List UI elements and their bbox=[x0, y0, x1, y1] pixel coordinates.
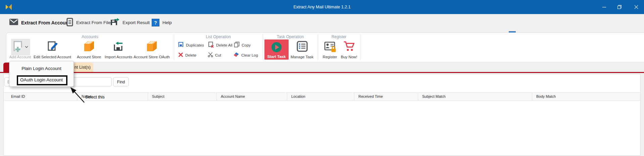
scissors-icon bbox=[208, 52, 213, 59]
box-icon bbox=[83, 41, 95, 53]
delete-x-icon bbox=[178, 52, 183, 59]
active-view-tab-line bbox=[0, 72, 644, 73]
delete-all-button[interactable]: Delete All bbox=[208, 42, 233, 49]
start-task-button[interactable]: Start Task bbox=[264, 40, 289, 60]
column-header-account-name[interactable]: Account Name bbox=[216, 93, 287, 100]
save-export-icon bbox=[110, 18, 119, 27]
copy-button[interactable]: Copy bbox=[234, 42, 251, 49]
edit-account-icon bbox=[47, 41, 58, 53]
account-store-label: Account Store bbox=[76, 55, 102, 59]
clear-log-button[interactable]: Clear Log bbox=[234, 52, 258, 59]
register-card-lock-icon bbox=[324, 40, 336, 54]
find-button[interactable]: Find bbox=[113, 77, 129, 86]
group-title-accounts: Accounts bbox=[6, 34, 174, 39]
group-title-task-operation: Task Operation bbox=[263, 34, 318, 39]
delete-button[interactable]: Delete bbox=[178, 52, 196, 59]
account-list-tab-label: nt List(s) bbox=[75, 65, 91, 70]
account-store-button[interactable]: Account Store bbox=[76, 39, 102, 61]
play-icon bbox=[271, 42, 282, 53]
buy-now-button[interactable]: Buy Now! bbox=[340, 39, 358, 61]
add-account-icon bbox=[12, 40, 23, 54]
cut-label: Cut bbox=[215, 53, 221, 57]
file-lines-icon bbox=[66, 18, 73, 28]
app-window: Extract Any Mail Ultimate 1.2.1 Extract … bbox=[0, 0, 644, 156]
delete-all-label: Delete All bbox=[216, 43, 233, 47]
tab-label: Export Result bbox=[122, 20, 150, 25]
window-title: Extract Any Mail Ultimate 1.2.1 bbox=[0, 0, 644, 14]
task-list-icon bbox=[297, 41, 308, 53]
shopping-cart-icon bbox=[343, 41, 355, 53]
mail-icon bbox=[9, 19, 18, 26]
buy-now-label: Buy Now! bbox=[340, 55, 358, 59]
restore-button[interactable] bbox=[612, 0, 627, 14]
clear-log-label: Clear Log bbox=[241, 53, 258, 57]
duplicates-button[interactable]: Duplicates bbox=[178, 42, 204, 49]
tab-label: Extract From Account bbox=[21, 20, 70, 25]
minimize-button[interactable] bbox=[596, 0, 612, 14]
import-accounts-button[interactable]: Import Accounts bbox=[103, 39, 134, 61]
column-header-subject[interactable]: Subject bbox=[148, 93, 216, 100]
copy-icon bbox=[234, 42, 240, 49]
import-floppy-icon bbox=[113, 42, 123, 52]
add-account-label: Add Account bbox=[9, 55, 32, 59]
duplicates-label: Duplicates bbox=[186, 43, 204, 47]
eraser-icon bbox=[234, 52, 239, 59]
group-separator bbox=[263, 34, 263, 60]
manage-task-label: Manage Task bbox=[290, 55, 314, 59]
edit-selected-account-button[interactable]: Edit Selected Account bbox=[32, 39, 72, 61]
tab-extract-from-file[interactable]: Extract From File bbox=[66, 14, 111, 31]
tab-help[interactable]: ? Help bbox=[152, 14, 172, 31]
delete-label: Delete bbox=[185, 53, 196, 57]
group-separator bbox=[360, 34, 360, 60]
start-task-label: Start Task bbox=[264, 55, 289, 59]
close-button[interactable] bbox=[629, 0, 644, 14]
menu-item-plain-login-account[interactable]: Plain Login Account bbox=[9, 63, 73, 74]
column-header-subject-match[interactable]: Subject Match bbox=[418, 93, 532, 100]
tab-label: Help bbox=[162, 20, 172, 25]
register-button[interactable]: Register bbox=[320, 39, 339, 61]
column-header-body-match[interactable]: Body Match bbox=[532, 93, 640, 100]
column-header-location[interactable]: Location bbox=[287, 93, 354, 100]
manage-task-button[interactable]: Manage Task bbox=[290, 39, 314, 61]
annotation-select-this-label: Select this bbox=[85, 95, 105, 99]
tab-label: Extract From File bbox=[76, 20, 111, 25]
edit-selected-account-label: Edit Selected Account bbox=[32, 55, 72, 59]
duplicates-icon bbox=[178, 42, 184, 49]
titlebar: Extract Any Mail Ultimate 1.2.1 bbox=[0, 0, 644, 14]
account-store-oauth-label: Account Store OAuth bbox=[133, 55, 170, 59]
register-label: Register bbox=[320, 55, 339, 59]
cut-button[interactable]: Cut bbox=[208, 52, 221, 59]
column-header-received-time[interactable]: Received Time bbox=[354, 93, 418, 100]
group-separator bbox=[318, 34, 318, 60]
group-title-list-operation: List Operation bbox=[174, 34, 263, 39]
tab-extract-from-account[interactable]: Extract From Account bbox=[9, 14, 70, 31]
delete-all-icon bbox=[208, 42, 214, 49]
view-tab-strip: nt List(s) bbox=[0, 62, 644, 73]
tab-export-result[interactable]: Export Result bbox=[110, 14, 150, 31]
add-account-button[interactable]: Add Account bbox=[9, 39, 32, 61]
chevron-down-icon bbox=[25, 46, 28, 48]
group-separator bbox=[174, 34, 174, 60]
import-accounts-label: Import Accounts bbox=[103, 55, 134, 59]
help-icon: ? bbox=[152, 19, 159, 26]
copy-label: Copy bbox=[242, 43, 251, 47]
group-title-register: Register bbox=[318, 34, 360, 39]
ribbon-tab-bar: Extract From Account Extract From File bbox=[0, 14, 644, 32]
account-store-oauth-button[interactable]: Account Store OAuth bbox=[133, 39, 170, 61]
annotation-highlight-box bbox=[17, 75, 67, 85]
box-icon bbox=[146, 41, 158, 53]
